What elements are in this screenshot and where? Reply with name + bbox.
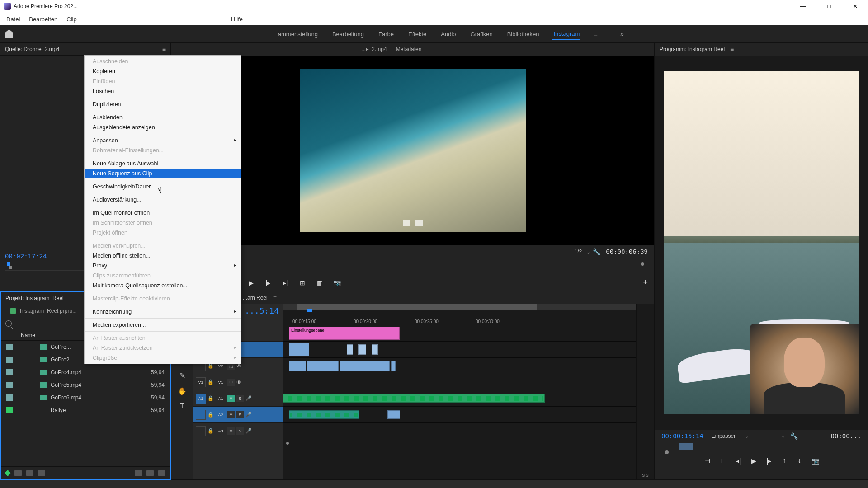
context-menu-item[interactable]: Im Quellmonitor öffnen <box>85 208 241 218</box>
lock-icon[interactable]: 🔒 <box>208 428 214 434</box>
panel-menu-icon[interactable]: ≡ <box>162 46 166 53</box>
play-button[interactable]: ▶ <box>246 279 255 287</box>
new-item-icon[interactable] <box>5 469 11 476</box>
menu-clip[interactable]: Clip <box>63 14 80 24</box>
context-menu-item[interactable]: Neue Ablage aus Auswahl <box>85 159 241 169</box>
export-frame-button[interactable]: 📷 <box>811 457 820 465</box>
track-toggle[interactable]: ⬚ <box>227 379 235 386</box>
hand-tool-icon[interactable]: ✋ <box>177 386 187 395</box>
timeline-clip[interactable] <box>347 344 353 355</box>
context-menu-item[interactable]: Neue Sequenz aus Clip <box>85 169 241 178</box>
audio-meter[interactable]: S S <box>636 304 654 479</box>
track-source[interactable]: A1 <box>196 394 206 404</box>
ws-tab-instagram[interactable]: Instagram <box>552 28 580 40</box>
tab-source[interactable]: ...e_2.mp4 <box>361 46 387 52</box>
context-menu-item[interactable]: Proxy <box>85 261 241 271</box>
ws-tab-effekte[interactable]: Effekte <box>407 29 427 39</box>
maximize-button[interactable]: □ <box>820 0 838 13</box>
scrubber-dot[interactable] <box>9 266 12 269</box>
overlay-icon[interactable] <box>415 220 423 226</box>
solo-button[interactable]: S <box>236 411 244 418</box>
timeline-clip[interactable] <box>358 344 366 355</box>
mute-button[interactable]: M <box>227 427 235 435</box>
project-item[interactable]: Rallye59,94 <box>1 404 170 417</box>
context-menu-item[interactable]: Medien exportieren... <box>85 320 241 330</box>
minimize-button[interactable]: — <box>794 0 812 13</box>
source-preview[interactable] <box>171 56 654 245</box>
timeline-playhead[interactable] <box>310 309 310 479</box>
ws-tab-bibliotheken[interactable]: Bibliotheken <box>506 29 540 39</box>
in-out-range[interactable] <box>297 304 537 310</box>
ws-tab-options[interactable]: ≡ <box>593 29 599 39</box>
goto-out-button[interactable]: ▸| <box>281 279 290 287</box>
track-header-v1[interactable]: V1🔒V1⬚👁 <box>193 374 283 390</box>
ws-tab-audio[interactable]: Audio <box>440 29 457 39</box>
menu-datei[interactable]: Datei <box>3 14 24 24</box>
find-icon[interactable] <box>146 470 154 476</box>
context-menu-item[interactable]: Anpassen <box>85 136 241 145</box>
ws-tab-farbe[interactable]: Farbe <box>377 29 395 39</box>
mute-button[interactable]: M <box>227 411 235 418</box>
scrub-dot[interactable] <box>665 450 669 454</box>
source-timecode[interactable]: 00:02:17:24 <box>5 253 47 260</box>
lock-icon[interactable]: 🔒 <box>208 412 214 418</box>
mark-in-button[interactable]: ⊣ <box>703 457 712 465</box>
panel-menu-icon[interactable]: ≡ <box>730 46 734 53</box>
clip-adjustment-layer[interactable]: Einstellungsebene <box>289 327 400 340</box>
wrench-icon[interactable]: 🔧 <box>790 432 798 440</box>
ws-tab-grafiken[interactable]: Grafiken <box>470 29 494 39</box>
track-source[interactable] <box>196 410 206 420</box>
playhead-icon[interactable] <box>7 262 10 266</box>
step-back-button[interactable]: ◂| <box>734 457 743 465</box>
solo-button[interactable]: S <box>236 427 244 435</box>
mark-out-button[interactable]: ⊢ <box>718 457 727 465</box>
lock-icon[interactable]: 🔒 <box>208 379 214 385</box>
scrub-range[interactable] <box>679 443 693 450</box>
timeline-clip[interactable] <box>289 361 306 371</box>
context-menu-item[interactable]: Multikamera-Quellsequenz erstellen... <box>85 281 241 291</box>
ws-tab-zusammenstellung[interactable]: ammenstellung <box>277 29 319 39</box>
timeline-clip[interactable] <box>289 343 309 356</box>
add-button[interactable]: + <box>643 278 648 287</box>
program-fit[interactable]: Einpassen <box>709 432 740 440</box>
scrub-dot-end[interactable] <box>641 262 644 266</box>
timeline-clip[interactable] <box>340 361 390 371</box>
eye-icon[interactable]: 👁 <box>236 380 243 385</box>
track-v1[interactable] <box>283 374 636 390</box>
timeline-audio-clip[interactable] <box>289 410 359 419</box>
project-item[interactable]: GoPro5.mp459,94 <box>1 379 170 391</box>
step-fwd-button[interactable]: |▸ <box>264 279 273 287</box>
ws-tab-bearbeitung[interactable]: Bearbeitung <box>331 29 365 39</box>
timeline-scroll[interactable] <box>283 439 636 448</box>
source-panel-header[interactable]: Quelle: Drohne_2.mp4 ≡ <box>0 43 170 56</box>
program-timecode[interactable]: 00:00:15:14 <box>661 432 703 440</box>
lift-button[interactable]: ⤒ <box>780 457 789 465</box>
program-preview[interactable] <box>655 56 868 430</box>
track-a3[interactable] <box>283 422 636 439</box>
project-item[interactable]: GoPro4.mp459,94 <box>1 366 170 379</box>
track-v3[interactable] <box>283 341 636 357</box>
mute-button[interactable]: M <box>227 395 235 402</box>
timeline-tracks-area[interactable]: 00:00:15:00 00:00:20:00 00:00:25:00 00:0… <box>283 304 636 479</box>
chevron-down-icon[interactable]: ⌄ <box>745 434 749 439</box>
close-button[interactable]: ✕ <box>846 0 864 13</box>
menu-hilfe[interactable]: Hilfe <box>227 14 246 24</box>
context-menu-item[interactable]: Löschen <box>85 86 241 96</box>
timeline-header[interactable]: ...am Reel ≡ <box>193 291 654 304</box>
quality-select[interactable]: ⌄ <box>781 434 785 439</box>
track-v2[interactable] <box>283 357 636 374</box>
icon-view-icon[interactable] <box>26 470 33 476</box>
sort-icon[interactable] <box>135 470 142 476</box>
home-button[interactable] <box>0 25 18 42</box>
panel-menu-icon[interactable]: ≡ <box>273 294 277 301</box>
freeform-icon[interactable] <box>38 470 45 476</box>
source-scrub[interactable] <box>178 259 648 267</box>
overwrite-button[interactable]: ▦ <box>315 279 324 287</box>
timeline-audio-clip[interactable] <box>387 410 400 419</box>
context-menu-item[interactable]: Medien offline stellen... <box>85 251 241 261</box>
mic-icon[interactable]: 🎤 <box>245 428 252 434</box>
track-a2[interactable] <box>283 406 636 422</box>
play-button[interactable]: ▶ <box>749 457 758 465</box>
timeline-clip[interactable] <box>307 361 339 371</box>
timeline-clip[interactable] <box>391 361 396 371</box>
